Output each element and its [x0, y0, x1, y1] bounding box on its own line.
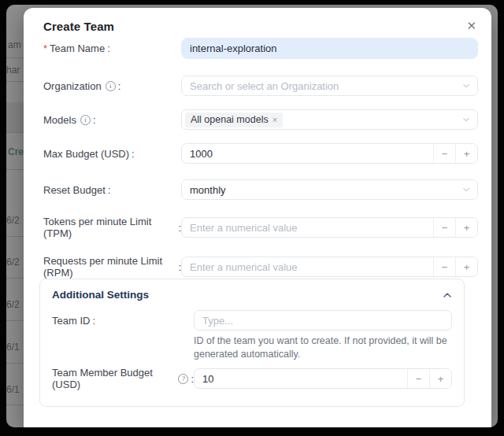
dimmed-background-page: am har Cre 6/2 6/2 6/2 6/1 6/1 Create Te…	[6, 5, 498, 427]
decrement-button[interactable]: −	[433, 257, 455, 276]
chevron-down-icon	[462, 116, 470, 124]
member-budget-stepper: − +	[194, 368, 452, 389]
close-icon[interactable]: ✕	[465, 20, 478, 31]
bg-text-fragment: Cre	[8, 146, 24, 157]
max-budget-stepper: − +	[181, 143, 478, 164]
field-label-text: Reset Budget	[43, 184, 106, 196]
decrement-button[interactable]: −	[433, 144, 455, 163]
info-icon: i	[80, 115, 91, 125]
question-icon: ?	[178, 374, 188, 384]
field-row-reset-budget: Reset Budget : monthly	[43, 179, 478, 200]
increment-button[interactable]: +	[455, 144, 477, 163]
bg-table-divider	[6, 57, 25, 58]
models-select[interactable]: All openai models ×	[181, 109, 478, 130]
organization-select[interactable]: Search or select an Organization	[181, 76, 478, 96]
label-colon: :	[132, 148, 135, 160]
bg-text-fragment: 6/2	[6, 215, 20, 226]
bg-table-divider	[6, 169, 25, 170]
field-row-organization: Organization i : Search or select an Org…	[43, 76, 478, 96]
info-icon: i	[106, 81, 116, 91]
member-budget-label: Team Member Budget (USD) ? :	[52, 367, 194, 390]
reset-budget-label: Reset Budget :	[43, 184, 181, 196]
rpm-input[interactable]	[182, 257, 433, 276]
field-row-tpm: Tokens per minute Limit (TPM) : − +	[43, 216, 478, 239]
increment-button[interactable]: +	[455, 218, 477, 237]
field-row-member-budget: Team Member Budget (USD) ? : − +	[52, 367, 452, 390]
bg-table-divider	[6, 236, 25, 237]
chevron-up-icon	[443, 291, 452, 299]
team-name-label: * Team Name :	[43, 42, 181, 54]
bg-table-divider	[6, 81, 25, 82]
model-tag: All openai models ×	[185, 113, 283, 127]
tpm-input[interactable]	[182, 218, 433, 237]
field-row-team-id: Team ID :	[52, 310, 452, 331]
additional-settings-title: Additional Settings	[52, 289, 149, 301]
team-id-help-text: ID of the team you want to create. If no…	[194, 334, 452, 360]
label-colon: :	[108, 184, 111, 196]
field-row-team-name: * Team Name :	[43, 38, 478, 59]
bg-table-divider	[6, 278, 25, 279]
decrement-button[interactable]: −	[433, 218, 455, 237]
field-label-text: Team Name	[50, 42, 105, 54]
organization-label: Organization i :	[43, 80, 181, 92]
chevron-down-icon	[462, 82, 470, 90]
rpm-stepper: − +	[181, 257, 478, 277]
member-budget-input[interactable]	[195, 369, 407, 388]
increment-button[interactable]: +	[455, 257, 477, 276]
bg-text-fragment: 6/2	[6, 299, 20, 310]
tag-remove-icon[interactable]: ×	[272, 115, 277, 124]
label-colon: :	[107, 42, 110, 54]
team-id-input[interactable]	[194, 310, 452, 331]
models-label: Models i :	[43, 114, 181, 126]
modal-header: Create Team ✕	[43, 20, 478, 33]
bg-table-divider	[6, 405, 25, 405]
field-row-max-budget: Max Budget (USD) : − +	[43, 143, 478, 164]
increment-button[interactable]: +	[429, 369, 451, 388]
bg-table-divider	[6, 132, 25, 133]
reset-budget-value: monthly	[190, 184, 226, 196]
reset-budget-select[interactable]: monthly	[181, 179, 478, 200]
field-label-text: Team ID	[52, 315, 90, 327]
organization-placeholder: Search or select an Organization	[190, 80, 339, 92]
team-id-label: Team ID :	[52, 315, 194, 327]
bg-text-fragment: 6/1	[6, 384, 20, 395]
chevron-down-icon	[462, 186, 470, 194]
bg-text-fragment: am	[8, 39, 21, 50]
label-colon: :	[92, 315, 95, 327]
required-asterisk: *	[43, 42, 47, 54]
rpm-label: Requests per minute Limit (RPM) :	[43, 255, 181, 279]
bg-table-divider	[6, 363, 25, 364]
max-budget-input[interactable]	[182, 144, 433, 163]
field-label-text: Max Budget (USD)	[43, 148, 129, 160]
field-label-text: Organization	[43, 80, 102, 92]
decrement-button[interactable]: −	[407, 369, 429, 388]
bg-text-fragment: 6/1	[6, 342, 20, 353]
tpm-stepper: − +	[181, 217, 478, 238]
tpm-label: Tokens per minute Limit (TPM) :	[43, 216, 181, 239]
modal-title: Create Team	[43, 20, 114, 33]
field-label-text: Models	[43, 114, 76, 126]
field-label-text: Requests per minute Limit (RPM)	[43, 255, 176, 279]
max-budget-label: Max Budget (USD) :	[43, 148, 181, 160]
bg-table-divider	[6, 320, 25, 321]
model-tag-text: All openai models	[191, 114, 269, 125]
additional-settings-header[interactable]: Additional Settings	[52, 289, 452, 301]
additional-settings-panel: Additional Settings Team ID : ID of the	[39, 279, 465, 407]
label-colon: :	[93, 114, 96, 126]
create-team-modal: Create Team ✕ * Team Name : Organization…	[24, 8, 491, 427]
label-colon: :	[118, 80, 121, 92]
field-label-text: Team Member Budget (USD)	[52, 367, 174, 390]
team-name-input[interactable]	[181, 38, 478, 59]
bg-text-fragment: har	[6, 65, 20, 76]
field-label-text: Tokens per minute Limit (TPM)	[43, 216, 176, 239]
bg-text-fragment: 6/2	[6, 257, 20, 268]
field-row-models: Models i : All openai models ×	[43, 109, 478, 130]
field-row-rpm: Requests per minute Limit (RPM) : − +	[43, 255, 478, 279]
